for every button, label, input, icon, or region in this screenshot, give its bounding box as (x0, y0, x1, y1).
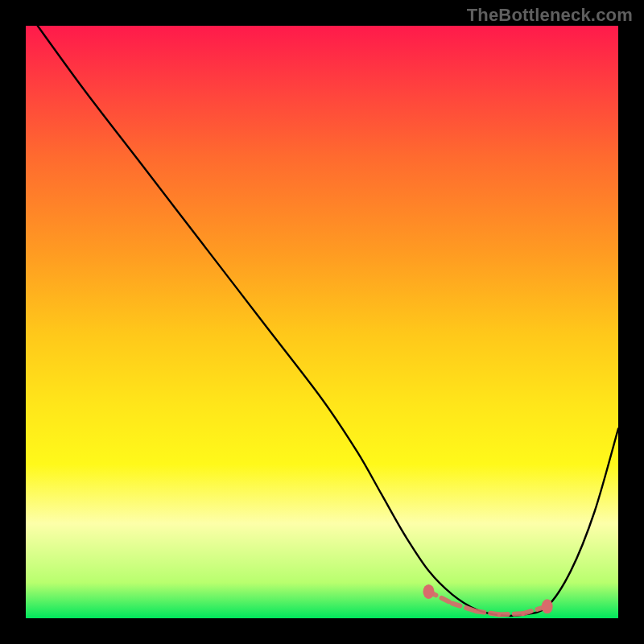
highlight-markers (423, 584, 552, 615)
chart-overlay (26, 26, 618, 618)
curve-line (38, 26, 618, 616)
highlight-segment (500, 613, 523, 614)
chart-frame: TheBottleneck.com (0, 0, 644, 644)
plot-area (26, 26, 618, 618)
highlight-end-dot (423, 584, 434, 599)
watermark-text: TheBottleneck.com (467, 5, 633, 26)
highlight-end-dot (542, 599, 553, 613)
